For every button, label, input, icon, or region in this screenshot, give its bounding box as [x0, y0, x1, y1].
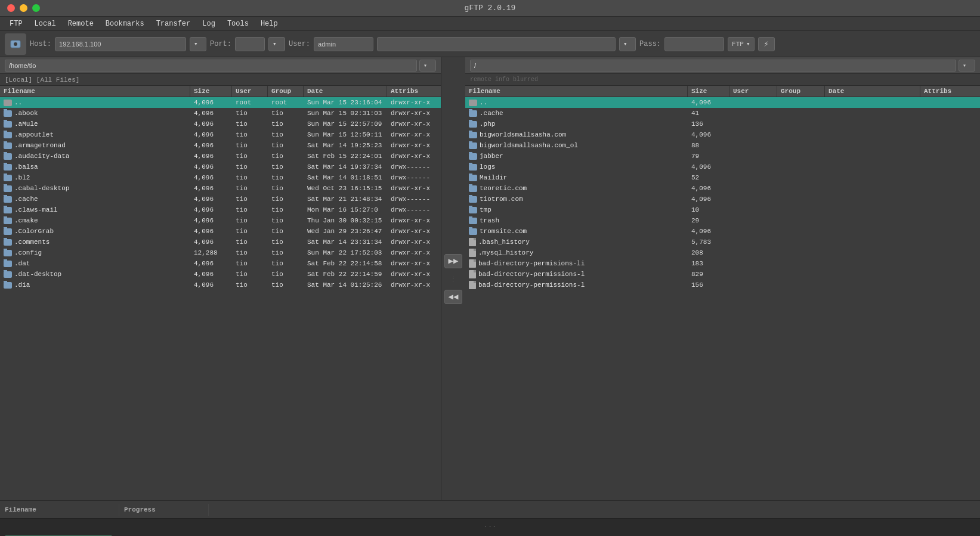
local-file-row[interactable]: .appoutlet 4,096 tio tio Sun Mar 15 12:5… [0, 129, 441, 140]
local-path-dropdown[interactable]: ▾ [419, 60, 436, 72]
remote-file-row[interactable]: tromsite.com 4,096 [465, 226, 980, 237]
local-file-row[interactable]: .abook 4,096 tio tio Sun Mar 15 02:31:03… [0, 108, 441, 119]
folder-icon [4, 164, 12, 171]
remote-path-dropdown[interactable]: ▾ [959, 60, 975, 72]
remote-file-row[interactable]: .bash_history 5,783 [465, 237, 980, 247]
local-file-row[interactable]: .config 12,288 tio tio Sun Mar 22 17:52:… [0, 247, 441, 258]
remote-file-row[interactable]: .mysql_history 208 [465, 247, 980, 258]
local-file-row[interactable]: .cabal-desktop 4,096 tio tio Wed Oct 23 … [0, 183, 441, 194]
folder-icon [4, 142, 12, 149]
file-icon [469, 281, 476, 289]
menu-local[interactable]: Local [30, 18, 61, 29]
menu-help[interactable]: Help [256, 18, 283, 29]
file-attribs: drwxr-xr-x [387, 120, 441, 128]
folder-icon [469, 218, 477, 224]
remote-file-row[interactable]: bigworldsmallsasha.com_ol 88 [465, 140, 980, 151]
user-label: User: [289, 40, 310, 48]
file-date [825, 209, 920, 210]
folder-icon [469, 153, 477, 160]
menu-ftp[interactable]: FTP [5, 18, 27, 29]
remote-path-input[interactable]: / [470, 60, 956, 72]
maximize-button[interactable] [32, 4, 40, 12]
local-file-row[interactable]: .claws-mail 4,096 tio tio Mon Mar 16 15:… [0, 205, 441, 215]
port-input[interactable] [235, 37, 265, 51]
remote-file-row[interactable]: trash 29 [465, 215, 980, 226]
main-area: /home/tio ▾ [Local] [All Files] Filename… [0, 57, 980, 500]
menu-remote[interactable]: Remote [63, 18, 98, 29]
file-user: tio [232, 206, 268, 214]
file-size: 10 [688, 206, 729, 214]
host-input[interactable] [55, 37, 186, 51]
remote-file-row[interactable]: logs 4,096 [465, 162, 980, 172]
local-file-row[interactable]: .dia 4,096 tio tio Sat Mar 14 01:25:26 d… [0, 280, 441, 290]
file-date [825, 156, 920, 157]
folder-icon [469, 175, 477, 181]
local-file-rows: .. 4,096 root root Sun Mar 15 23:16:04 d… [0, 97, 441, 290]
panes-container: /home/tio ▾ [Local] [All Files] Filename… [0, 57, 980, 500]
menu-log[interactable]: Log [197, 18, 220, 29]
file-user: tio [232, 184, 268, 193]
file-name: .cabal-desktop [0, 184, 190, 193]
protocol-dropdown[interactable]: FTP ▾ [728, 37, 754, 51]
local-path-input[interactable]: /home/tio [5, 60, 417, 72]
transfer-left-button[interactable]: ◀◀ [444, 290, 462, 304]
file-size: 183 [688, 259, 729, 268]
file-date: Sat Feb 15 22:24:01 [304, 152, 387, 160]
file-name: bad-directory-permissions-l [465, 280, 688, 290]
menu-transfer[interactable]: Transfer [152, 18, 196, 29]
port-dropdown[interactable]: ▾ [268, 37, 285, 51]
remote-file-row[interactable]: jabber 79 [465, 151, 980, 162]
local-file-row[interactable]: .ColorGrab 4,096 tio tio Wed Jan 29 23:2… [0, 226, 441, 237]
local-file-table: Filename Size User Group Date Attribs ..… [0, 86, 441, 500]
remote-file-row[interactable]: bad-directory-permissions-l 156 [465, 280, 980, 290]
file-name: .ColorGrab [0, 227, 190, 236]
file-attribs [920, 102, 980, 103]
local-file-row[interactable]: .dat-desktop 4,096 tio tio Sat Feb 22 22… [0, 269, 441, 280]
pass-input[interactable] [377, 37, 616, 51]
remote-file-row[interactable]: tiotrom.com 4,096 [465, 194, 980, 205]
user-dropdown[interactable]: ▾ [619, 37, 636, 51]
file-size: 88 [688, 141, 729, 150]
file-icon [469, 249, 476, 257]
local-file-row[interactable]: .comments 4,096 tio tio Sat Mar 14 23:31… [0, 237, 441, 247]
local-file-row[interactable]: .. 4,096 root root Sun Mar 15 23:16:04 d… [0, 97, 441, 108]
local-file-row[interactable]: .bl2 4,096 tio tio Sat Mar 14 01:18:51 d… [0, 172, 441, 183]
remote-file-row[interactable]: tmp 10 [465, 205, 980, 215]
connect-button[interactable]: ⚡ [758, 37, 775, 51]
close-button[interactable] [7, 4, 15, 12]
file-name: .abook [0, 109, 190, 117]
file-name: trash [465, 216, 688, 225]
file-icon [469, 270, 476, 278]
pass-field[interactable] [664, 37, 724, 51]
file-user [729, 145, 777, 146]
file-group: tio [268, 152, 304, 160]
minimize-button[interactable] [20, 4, 27, 12]
remote-file-row[interactable]: .. 4,096 [465, 97, 980, 108]
remote-path-bar: / ▾ [465, 57, 980, 74]
local-file-row[interactable]: .cmake 4,096 tio tio Thu Jan 30 00:32:15… [0, 215, 441, 226]
local-file-row[interactable]: .dat 4,096 tio tio Sat Feb 22 22:14:58 d… [0, 258, 441, 269]
remote-file-row[interactable]: Maildir 52 [465, 172, 980, 183]
remote-file-row[interactable]: bad-directory-permissions-l 829 [465, 269, 980, 280]
local-file-row[interactable]: .cache 4,096 tio tio Sat Mar 21 21:48:34… [0, 194, 441, 205]
local-file-row[interactable]: .audacity-data 4,096 tio tio Sat Feb 15 … [0, 151, 441, 162]
remote-file-row[interactable]: .cache 41 [465, 108, 980, 119]
menu-bookmarks[interactable]: Bookmarks [101, 18, 149, 29]
transfer-buttons: ▶▶ ⋮ ◀◀ [441, 57, 465, 500]
file-date [825, 252, 920, 253]
file-date: Sat Mar 14 01:18:51 [304, 173, 387, 182]
remote-file-row[interactable]: bad-directory-permisions-li 183 [465, 258, 980, 269]
local-file-row[interactable]: .armagetronad 4,096 tio tio Sat Mar 14 1… [0, 140, 441, 151]
menu-tools[interactable]: Tools [222, 18, 253, 29]
remote-file-row[interactable]: .php 136 [465, 119, 980, 129]
file-user: tio [232, 238, 268, 246]
file-date: Sun Mar 15 12:50:11 [304, 131, 387, 139]
remote-file-row[interactable]: teoretic.com 4,096 [465, 183, 980, 194]
transfer-right-button[interactable]: ▶▶ [444, 254, 462, 268]
local-file-row[interactable]: .aMule 4,096 tio tio Sun Mar 15 22:57:09… [0, 119, 441, 129]
folder-icon [4, 207, 12, 213]
host-dropdown[interactable]: ▾ [190, 37, 206, 51]
remote-file-row[interactable]: bigworldsmallsasha.com 4,096 [465, 129, 980, 140]
local-file-row[interactable]: .balsa 4,096 tio tio Sat Mar 14 19:37:34… [0, 162, 441, 172]
user-input[interactable] [314, 37, 373, 51]
